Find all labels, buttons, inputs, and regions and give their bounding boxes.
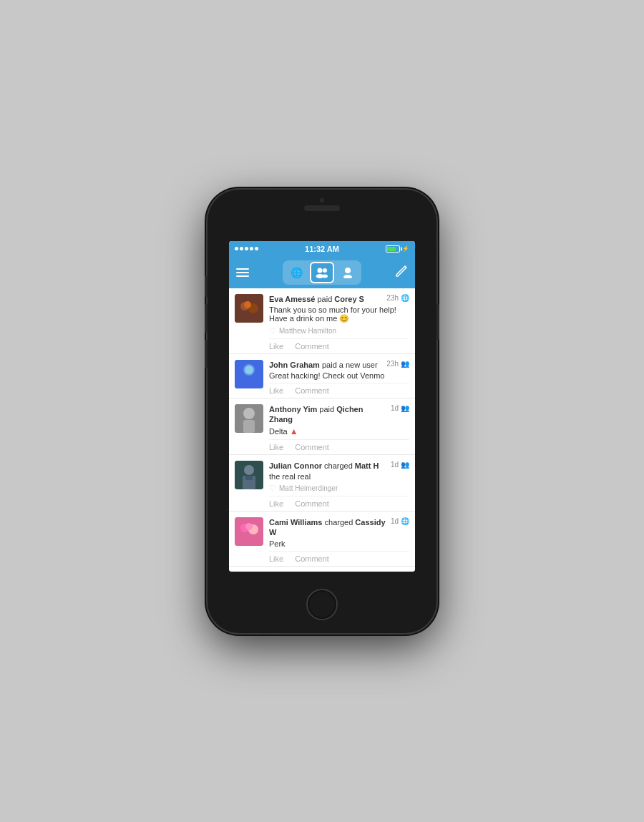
avatar [235, 517, 263, 546]
comment-button[interactable]: Comment [295, 443, 329, 451]
feed-header: Eva Amessé paid Corey S 23h 🌐 [269, 294, 409, 304]
signal-dot-2 [240, 247, 243, 250]
charging-icon: ⚡ [402, 245, 409, 252]
heart-icon: ♡ [269, 326, 276, 336]
navigation-bar: 🌐 [229, 257, 415, 288]
comment-button[interactable]: Comment [295, 499, 329, 508]
comment-button[interactable]: Comment [295, 342, 329, 351]
status-bar: 11:32 AM ⚡ [229, 241, 415, 257]
feed-content: John Graham paid a new user 23h 👥 Great … [269, 360, 409, 398]
feed-time: 23h [386, 360, 399, 368]
feed-meta: 23h 👥 [386, 360, 409, 368]
signal-area [235, 247, 258, 250]
feed-like: ♡ Matthew Hamilton [269, 326, 409, 336]
feed-item: Cami Williams charged Cassidy W 1d 🌐 Per… [229, 512, 415, 567]
svg-point-24 [245, 523, 253, 530]
feed-meta: 1d 🌐 [391, 517, 409, 525]
signal-dot-4 [250, 247, 253, 250]
compose-button[interactable] [395, 265, 408, 280]
feed-actions: Like Comment [269, 439, 409, 454]
feed-content: Anthony Yim paid Qichen Zhang 1d 👥 Delta… [269, 404, 409, 454]
feed-time: 1d [391, 461, 399, 469]
svg-point-4 [345, 268, 351, 273]
tab-friends[interactable] [310, 262, 334, 283]
feed-meta: 1d 👥 [391, 461, 409, 469]
volume-down-button[interactable] [205, 340, 208, 368]
tab-personal[interactable] [336, 262, 360, 283]
feed-time: 23h [386, 294, 399, 302]
feed-item: Julian Connor charged Matt H 1d 👥 the re… [229, 455, 415, 512]
tab-global[interactable]: 🌐 [284, 262, 308, 283]
feed-content: Cami Williams charged Cassidy W 1d 🌐 Per… [269, 517, 409, 566]
feed-item: John Graham paid a new user 23h 👥 Great … [229, 354, 415, 398]
svg-point-18 [244, 465, 254, 475]
privacy-friends-icon: 👥 [401, 404, 409, 412]
avatar [235, 294, 263, 323]
feed-message: Thank you so so much for your help! Have… [269, 305, 409, 323]
like-button[interactable]: Like [269, 499, 283, 508]
avatar [235, 461, 263, 489]
home-button[interactable] [306, 589, 338, 620]
like-button[interactable]: Like [269, 554, 283, 563]
comment-button[interactable]: Comment [295, 386, 329, 395]
signal-dot-3 [245, 247, 248, 250]
like-button[interactable]: Like [269, 342, 283, 351]
privacy-friends-icon: 👥 [401, 461, 409, 469]
feed-title: Anthony Yim paid Qichen Zhang [269, 404, 388, 425]
feed-content: Eva Amessé paid Corey S 23h 🌐 Thank you … [269, 294, 409, 353]
volume-up-button[interactable] [205, 304, 208, 333]
svg-point-13 [245, 366, 253, 374]
like-username: Matt Heimerdinger [279, 484, 338, 492]
feed-meta: 23h 🌐 [386, 294, 409, 302]
feed-actions: Like Comment [269, 383, 409, 398]
menu-button[interactable] [236, 268, 249, 277]
activity-feed: Eva Amessé paid Corey S 23h 🌐 Thank you … [229, 288, 415, 572]
comment-button[interactable]: Comment [295, 554, 329, 563]
svg-rect-16 [243, 420, 255, 433]
hamburger-line-2 [236, 272, 249, 273]
feed-like: ♡ Matt Heimerdinger [269, 484, 409, 493]
feed-header: Cami Williams charged Cassidy W 1d 🌐 [269, 517, 409, 538]
power-button[interactable] [436, 304, 439, 340]
svg-rect-20 [245, 476, 253, 480]
feed-header: Julian Connor charged Matt H 1d 👥 [269, 461, 409, 471]
feed-header: John Graham paid a new user 23h 👥 [269, 360, 409, 370]
phone-top-area [304, 198, 340, 211]
feed-title: Julian Connor charged Matt H [269, 461, 388, 471]
feed-actions: Like Comment [269, 496, 409, 511]
feed-time: 1d [391, 404, 399, 412]
feed-actions: Like Comment [269, 338, 409, 353]
like-button[interactable]: Like [269, 443, 283, 451]
privacy-globe-icon: 🌐 [401, 294, 409, 302]
svg-point-12 [240, 377, 258, 388]
battery-area: ⚡ [386, 245, 409, 253]
privacy-friends-icon: 👥 [401, 360, 409, 368]
feed-header: Anthony Yim paid Qichen Zhang 1d 👥 [269, 404, 409, 425]
feed-item: Vivian Huang paid Clara Wu 1d 👥 "best Fr… [229, 567, 415, 572]
avatar [235, 404, 263, 433]
feed-meta: 1d 👥 [391, 404, 409, 412]
feed-message: the real real [269, 472, 409, 481]
svg-point-9 [244, 301, 251, 308]
feed-message: Perk [269, 539, 409, 548]
feed-content: Julian Connor charged Matt H 1d 👥 the re… [269, 461, 409, 511]
signal-dot-5 [255, 247, 258, 250]
battery-icon [386, 245, 400, 253]
signal-dot-1 [235, 247, 238, 250]
delta-symbol: ▲ [290, 426, 298, 436]
feed-item: Anthony Yim paid Qichen Zhang 1d 👥 Delta… [229, 398, 415, 455]
feed-message: Great hacking! Check out Venmo [269, 371, 409, 380]
feed-actions: Like Comment [269, 551, 409, 566]
privacy-globe-icon: 🌐 [401, 517, 409, 525]
feed-title: John Graham paid a new user [269, 360, 384, 370]
status-time: 11:32 AM [305, 245, 339, 253]
heart-icon: ♡ [269, 484, 276, 493]
battery-fill [387, 247, 396, 251]
like-username: Matthew Hamilton [279, 327, 336, 335]
avatar [235, 360, 263, 388]
phone-device: 11:32 AM ⚡ 🌐 [208, 190, 436, 633]
hamburger-line-1 [236, 268, 249, 270]
like-button[interactable]: Like [269, 386, 283, 395]
phone-screen: 11:32 AM ⚡ 🌐 [229, 241, 415, 572]
hamburger-line-3 [236, 275, 249, 277]
